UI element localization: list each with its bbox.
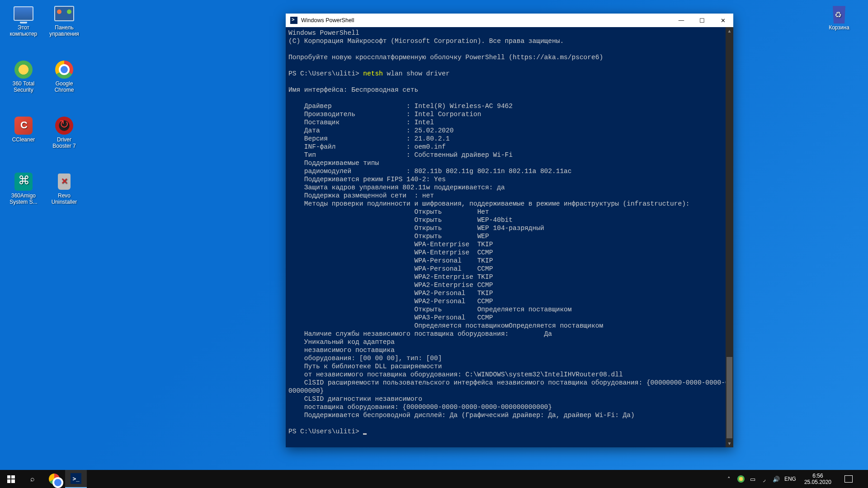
powershell-icon: >_ (71, 473, 81, 484)
windows-logo-icon (7, 475, 15, 483)
notification-icon (844, 475, 853, 483)
recycle-bin-icon (828, 5, 850, 23)
desktop-icon-chrome[interactable]: Google Chrome (47, 61, 81, 93)
volume-icon[interactable]: 🔊 (773, 475, 780, 483)
driver-booster-icon (53, 117, 75, 135)
maximize-button[interactable]: ☐ (692, 14, 712, 27)
minimize-button[interactable]: ― (671, 14, 692, 27)
desktop-icon-label: Корзина (822, 24, 856, 31)
desktop-icon-360ts[interactable]: 360 Total Security (6, 61, 41, 93)
tray-chevron-up-icon[interactable]: ˄ (726, 475, 733, 483)
desktop-icon-control-panel[interactable]: Панель управления (47, 5, 81, 37)
desktop-icon-ccleaner[interactable]: CCleaner (6, 117, 41, 143)
scroll-down-arrow-icon[interactable]: ▼ (726, 440, 733, 447)
amigo-icon (13, 173, 34, 191)
desktop-icon-this-pc[interactable]: Этот компьютер (6, 5, 41, 37)
desktop-icon-recycle-bin[interactable]: Корзина (822, 5, 856, 31)
desktop-icon-driver-booster[interactable]: Driver Booster 7 (47, 117, 81, 149)
chrome-icon (53, 61, 75, 79)
battery-icon[interactable]: ▭ (749, 475, 756, 483)
desktop-icon-amigo[interactable]: 360Amigo System S... (6, 173, 41, 205)
wifi-icon[interactable]: ◞ (761, 475, 768, 483)
desktop-icon-label: Этот компьютер (6, 24, 41, 37)
desktop-icon-label: Панель управления (47, 24, 81, 37)
desktop: Этот компьютер 360 Total Security CClean… (0, 0, 868, 470)
terminal-output[interactable]: Windows PowerShell (C) Корпорация Майкро… (286, 27, 733, 447)
desktop-icon-label: 360 Total Security (6, 80, 41, 93)
desktop-icon-label: Revo Uninstaller (47, 192, 81, 205)
powershell-icon (290, 17, 297, 24)
desktop-icon-label: CCleaner (6, 136, 41, 143)
ccleaner-icon (13, 117, 34, 135)
computer-icon (13, 5, 34, 23)
chrome-icon (49, 474, 60, 484)
system-tray: ˄ ▭ ◞ 🔊 ENG 6:56 25.05.2020 (721, 470, 868, 488)
search-button[interactable]: ⌕ (22, 470, 43, 488)
action-center-button[interactable] (840, 475, 858, 483)
desktop-icon-revo[interactable]: Revo Uninstaller (47, 173, 81, 205)
scroll-up-arrow-icon[interactable]: ▲ (726, 27, 733, 35)
desktop-icon-label: 360Amigo System S... (6, 192, 41, 205)
powershell-window: Windows PowerShell ― ☐ ✕ Windows PowerSh… (286, 14, 733, 447)
search-icon: ⌕ (30, 475, 35, 483)
uninstaller-icon (53, 173, 75, 191)
taskbar: ⌕ >_ ˄ ▭ ◞ 🔊 ENG 6:56 25.05.2020 (0, 470, 868, 488)
taskbar-app-chrome[interactable] (43, 470, 65, 488)
taskbar-app-powershell[interactable]: >_ (65, 470, 87, 488)
close-button[interactable]: ✕ (712, 14, 733, 27)
terminal-scrollbar[interactable]: ▲ ▼ (726, 27, 733, 447)
shield-icon (13, 61, 34, 79)
desktop-icon-label: Driver Booster 7 (47, 136, 81, 149)
taskbar-date: 25.05.2020 (804, 479, 831, 485)
language-indicator[interactable]: ENG (784, 476, 796, 482)
taskbar-time: 6:56 (804, 473, 831, 479)
start-button[interactable] (0, 470, 22, 488)
control-panel-icon (53, 5, 75, 23)
taskbar-clock[interactable]: 6:56 25.05.2020 (801, 473, 835, 485)
scroll-thumb[interactable] (726, 357, 732, 438)
window-title: Windows PowerShell (301, 17, 671, 23)
desktop-icon-label: Google Chrome (47, 80, 81, 93)
tray-security-icon[interactable] (737, 475, 745, 483)
window-titlebar[interactable]: Windows PowerShell ― ☐ ✕ (286, 14, 733, 27)
